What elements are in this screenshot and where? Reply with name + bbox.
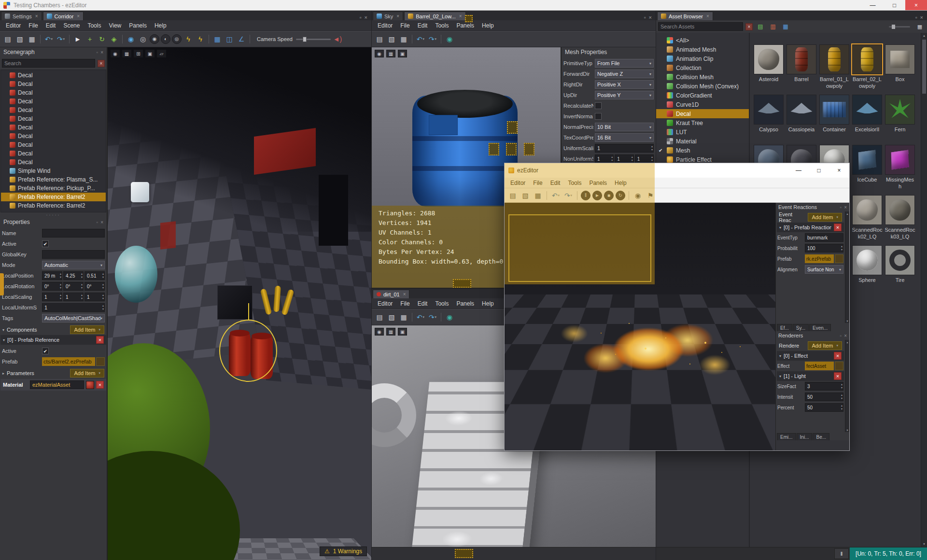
spinner-arrows[interactable]: ▴▾ — [102, 283, 104, 290]
close-tab-icon[interactable]: × — [77, 14, 80, 19]
camera-icon[interactable]: ◉ — [375, 50, 384, 57]
simulate-sphere-icon[interactable]: ◎ — [138, 33, 148, 45]
asset-tile-scannedrock03-lq[interactable]: ScannedRock03_LQ — [884, 195, 916, 245]
minimize-button[interactable]: — — [788, 163, 809, 178]
panel-tab-emi[interactable]: Emi... — [777, 433, 796, 440]
play-simulation-icon[interactable]: ► — [592, 191, 602, 200]
close-icon[interactable]: × — [100, 50, 103, 55]
render-mode-icon[interactable]: ▣ — [398, 50, 407, 57]
redo-icon[interactable]: ↷▾ — [56, 33, 66, 45]
close-icon[interactable]: × — [844, 333, 847, 338]
collapsed-panel-tab[interactable] — [0, 273, 4, 295]
view-mode-icon[interactable]: ▦ — [780, 21, 791, 32]
camera-icon[interactable]: ◉ — [375, 328, 384, 336]
menu-panels[interactable]: Panels — [452, 298, 478, 308]
scroll-down-icon[interactable]: ▾ — [846, 428, 848, 432]
collapse-icon[interactable]: ▾ — [779, 225, 781, 230]
panel-tab-even[interactable]: Even... — [809, 324, 831, 331]
undock-icon[interactable]: ▫ — [97, 50, 98, 55]
remove-item-button[interactable]: × — [834, 224, 842, 231]
asset-tile-calypso[interactable]: Calypso — [753, 95, 785, 145]
effect-asset-value[interactable]: fectAsset — [805, 362, 834, 370]
menu-panels[interactable]: Panels — [125, 20, 151, 30]
prefab-browse-button[interactable] — [835, 254, 843, 263]
asset-type-lut[interactable]: LUT — [656, 127, 749, 137]
scenegraph-item[interactable]: Decal — [1, 106, 106, 114]
render-mode-icon[interactable]: ▣ — [145, 50, 154, 57]
scenegraph-item[interactable]: Decal — [1, 140, 106, 149]
new-document-icon[interactable]: ▤ — [374, 33, 385, 45]
remove-material-button[interactable]: × — [96, 381, 104, 389]
asset-type-decal[interactable]: Decal — [656, 109, 749, 118]
open-document-icon[interactable]: ▧ — [386, 311, 397, 323]
spinner-arrows[interactable]: ▴▾ — [102, 304, 104, 311]
localscaling-x-input[interactable]: 1▴▾ — [42, 293, 62, 301]
menu-edit[interactable]: Edit — [414, 20, 432, 30]
asset-type-collision-mesh[interactable]: Collision Mesh — [656, 72, 749, 82]
probabilit-input[interactable]: 100▴▾ — [805, 244, 843, 252]
invertnorma-checkbox[interactable] — [595, 113, 602, 120]
name-input[interactable] — [42, 229, 105, 238]
panel-tab-ini[interactable]: Ini... — [797, 433, 813, 440]
tab-sky[interactable]: Sky× — [373, 12, 403, 20]
maximize-button[interactable]: □ — [809, 163, 829, 178]
lightning-icon[interactable]: ϟ — [183, 33, 194, 45]
asset-tile-barrel-02-lowpoly[interactable]: Barrel_02_Lowpoly — [851, 44, 883, 95]
scenegraph-item[interactable]: Decal — [1, 80, 106, 88]
redo-icon[interactable]: ↷▾ — [427, 311, 438, 323]
recalculaten-checkbox[interactable] — [595, 102, 602, 109]
close-button[interactable]: × — [829, 163, 849, 178]
collapse-icon[interactable]: ▾ — [2, 328, 4, 332]
scenegraph-item[interactable]: Decal — [1, 88, 106, 97]
redo-icon[interactable]: ↷▾ — [563, 190, 574, 201]
localposition-y-input[interactable]: 4.25▴▾ — [63, 271, 84, 280]
localscaling-z-input[interactable]: 1▴▾ — [84, 293, 105, 301]
menu-scene[interactable]: Scene — [59, 20, 84, 30]
menu-help[interactable]: Help — [151, 20, 170, 30]
tags-select[interactable]: AutoColMesh|CastShadow▾ — [42, 314, 105, 322]
new-document-icon[interactable]: ▤ — [2, 33, 13, 45]
import-asset-icon[interactable]: ▥ — [768, 21, 778, 32]
menu-tools[interactable]: Tools — [431, 20, 452, 30]
asset-type-kraut-tree[interactable]: Kraut Tree — [656, 118, 749, 127]
expand-icon[interactable]: ▸ — [2, 371, 4, 376]
menu-edit[interactable]: Edit — [42, 20, 60, 30]
stop-scene-icon[interactable]: ◎ — [172, 34, 182, 44]
menu-edit[interactable]: Edit — [414, 298, 432, 308]
asset-tile-barrel-01-lowpoly[interactable]: Barrel_01_Lowpoly — [818, 44, 850, 95]
scenegraph-item[interactable]: Decal — [1, 114, 106, 123]
intensit-input[interactable]: 50▴▾ — [805, 392, 843, 401]
collapse-icon[interactable]: ▾ — [779, 374, 781, 378]
active-checkbox[interactable]: ✔ — [42, 240, 49, 247]
asset-search-input[interactable] — [658, 22, 743, 31]
scroll-down-icon[interactable]: ▾ — [846, 319, 848, 322]
scenegraph-item[interactable]: Prefab Reference: Barrel2 — [1, 201, 106, 210]
localposition-z-input[interactable]: 0.51▴▾ — [84, 271, 105, 280]
lightning-alt-icon[interactable]: ϟ — [195, 33, 206, 45]
panel-tab-be[interactable]: Be... — [813, 433, 829, 440]
add-item-button[interactable]: Add Item▾ — [808, 341, 842, 350]
redo-icon[interactable]: ↷▾ — [427, 33, 438, 45]
save-document-icon[interactable]: ▦ — [398, 33, 409, 45]
material-thumbnail[interactable] — [86, 381, 94, 389]
scroll-up-icon[interactable]: ▴ — [846, 212, 848, 215]
warnings-badge[interactable]: ⚠ 1 Warnings — [320, 546, 367, 556]
undock-icon[interactable]: ▫ — [915, 14, 917, 20]
close-tab-icon[interactable]: × — [403, 292, 406, 297]
asset-grid-scrollbar[interactable]: ▴ ▾ — [921, 33, 927, 547]
scenegraph-item[interactable]: Prefab Reference: Plasma_S... — [1, 175, 106, 184]
normalprecis-select[interactable]: 10 Bit▾ — [595, 123, 654, 131]
tab-corridor[interactable]: Corridor× — [43, 12, 84, 20]
spinner-arrows[interactable]: ▴▾ — [60, 283, 61, 290]
scenegraph-item[interactable]: Decal — [1, 71, 106, 80]
scene-3d-viewport[interactable]: ◉▦⊞▣▱ ⚠ 1 Warnings — [108, 47, 371, 560]
localrotation-y-input[interactable]: 0°▴▾ — [63, 282, 84, 291]
scroll-up-icon[interactable]: ▴ — [921, 33, 927, 39]
remove-item-button[interactable]: × — [834, 372, 842, 380]
slider-thumb[interactable] — [892, 25, 895, 29]
menu-editor[interactable]: Editor — [2, 20, 25, 30]
selection-gizmo[interactable] — [219, 320, 277, 382]
rotate-gizmo-icon[interactable]: ↻ — [97, 33, 107, 45]
world-icon[interactable]: ◉ — [126, 33, 136, 45]
spinner-arrows[interactable]: ▴▾ — [102, 272, 104, 279]
